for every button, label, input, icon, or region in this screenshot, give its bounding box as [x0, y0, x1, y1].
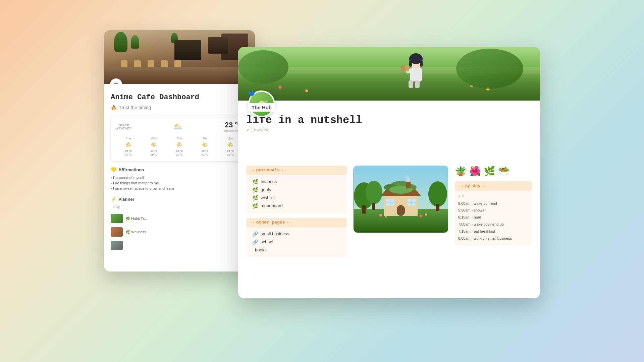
weather-day-tue: Tue 🌤️ 25 °C20 °C: [116, 137, 141, 157]
schedule-item-5: 7:15am - eat breakfast: [458, 228, 529, 235]
sparkle-left: ·✦: [250, 168, 255, 173]
planner-label: Planner: [118, 197, 135, 202]
other-pages-header-text: other pages: [256, 220, 285, 225]
affirmations-header: 💛 Affirmations: [111, 167, 248, 172]
thumb-label-wellness: 🌿 Wellness: [125, 230, 146, 234]
small-business-label: small business: [261, 231, 289, 236]
thumbnail-list: 🌿 Habit Tr... 🌿 Wellness: [111, 213, 248, 251]
svg-rect-6: [401, 65, 405, 71]
planner-day-label: day: [111, 204, 248, 209]
right-column: 🪴 🌺 🌿 🥗 ·✦ my day ✦· +: [455, 166, 532, 282]
anime-character: [392, 50, 439, 94]
finances-label: finances: [261, 179, 277, 184]
svg-rect-35: [406, 182, 411, 188]
svg-point-33: [420, 215, 422, 217]
backlink-line[interactable]: 1 backlink: [246, 128, 532, 132]
weather-widget: TOKYO WEATHER 🌥️ 23 °C broken clouds Tue…: [111, 116, 248, 162]
svg-rect-4: [415, 80, 420, 88]
thumb-item-wellness[interactable]: 🌿 Wellness: [111, 226, 248, 238]
thumb-label-habit: 🌿 Habit Tr...: [125, 217, 147, 221]
weather-days-row: Tue 🌤️ 25 °C20 °C Wed 🌤️ 21 °C20 °C Thu …: [116, 137, 243, 157]
nav-item-school[interactable]: 🔗 school: [250, 238, 343, 246]
thumb-image-wellness: [111, 227, 123, 237]
nav-item-books[interactable]: books: [250, 246, 343, 254]
left-card-body: Anime Cafe Dashboard 🔥 Trust the timing …: [104, 84, 255, 272]
anime-header-image: [238, 47, 540, 101]
affirmation-text: Trust the timing: [119, 105, 151, 110]
hub-label: The Hub: [248, 103, 275, 112]
cafe-plant-decoration: [114, 32, 127, 52]
wishlist-label: wishlist: [261, 195, 275, 200]
personals-header-text: personals: [256, 168, 280, 173]
svg-rect-15: [372, 203, 375, 210]
my-day-header: ·✦ my day ✦·: [455, 181, 532, 191]
thumb-item-habit[interactable]: 🌿 Habit Tr...: [111, 213, 248, 225]
page-title-section: life in a nutshell 1 backlink: [246, 114, 532, 157]
schedule-item-6: 8:00am - work on small business: [458, 235, 529, 242]
thumb-image-road: [111, 241, 123, 250]
cottage-image: [354, 166, 448, 233]
weather-label: WEATHER: [116, 127, 132, 130]
other-pages-section: ·✦ other pages ✦· 🔗 small business 🔗 sch…: [246, 218, 347, 257]
affirmation-tagline: 🔥 Trust the timing: [111, 105, 248, 110]
weather-top-row: TOKYO WEATHER 🌥️ 23 °C broken clouds: [116, 121, 243, 133]
thumb-item-road[interactable]: [111, 239, 248, 251]
left-card: ☕ Anime Cafe Dashboard 🔥 Trust the timin…: [104, 30, 255, 272]
affirmation-emoji: 🔥: [111, 105, 116, 110]
nav-item-small-business[interactable]: 🔗 small business: [250, 230, 343, 238]
nav-item-goals[interactable]: 🌿 goals: [250, 186, 343, 194]
affirmation-item-3: I give myself space to grow and learn: [111, 186, 248, 191]
weather-main-icon: 🌥️: [173, 122, 182, 131]
my-day-sparkle-left: ·✦: [458, 183, 464, 189]
affirmation-item-2: I do things that matter to me: [111, 180, 248, 186]
sparkle-left-2: ·✦: [250, 220, 255, 225]
cafe-header-image: ☕: [104, 30, 255, 84]
moodboard-label: moodboard: [261, 203, 283, 208]
backlink-text: 1 backlink: [251, 128, 269, 132]
my-day-section: ·✦ my day ✦· + ⠿ 5:00am - wake up, read: [455, 181, 532, 245]
sparkle-right: ✦·: [281, 168, 286, 173]
plant-emojis-row: 🪴 🌺 🌿 🥗: [455, 166, 532, 177]
weather-day-fri: Fri 🌤️ 23 °C21 °C: [192, 137, 218, 157]
weather-city: TOKYO: [116, 123, 132, 127]
weather-day-wed: Wed 🌤️ 21 °C20 °C: [141, 137, 167, 157]
books-label: books: [255, 247, 267, 252]
schedule-list: 5:00am - wake up, read 5:30am - shower 6…: [458, 200, 529, 242]
middle-column: [354, 166, 448, 282]
cafe-counter-decoration: [104, 67, 255, 84]
nav-item-finances[interactable]: 🌿 finances: [250, 178, 343, 186]
add-icon[interactable]: +: [458, 194, 461, 199]
affirmations-list: I'm proud of myself I do things that mat…: [111, 175, 248, 191]
nav-item-moodboard[interactable]: 🌿 moodboard: [250, 202, 343, 210]
add-schedule-row: + ⠿: [458, 194, 529, 199]
svg-point-14: [366, 181, 382, 204]
schedule-item-1: 5:00am - wake up, read: [458, 200, 529, 207]
plant-emoji-4: 🥗: [498, 166, 510, 177]
scene-container: ☕ Anime Cafe Dashboard 🔥 Trust the timin…: [104, 30, 540, 332]
nav-columns: ·✦ personals ✦· 🌿 finances 🌿 goals 🌿: [246, 166, 347, 282]
planner-section: ⚡ Planner day: [111, 196, 248, 209]
svg-rect-13: [362, 205, 366, 214]
schedule-item-4: 7:00am - wake boyfriend up: [458, 221, 529, 228]
personals-header: ·✦ personals ✦·: [246, 166, 347, 175]
schedule-item-2: 5:30am - shower: [458, 207, 529, 214]
svg-rect-8: [409, 60, 412, 67]
school-label: school: [261, 239, 273, 244]
coffee-emoji: ☕: [112, 81, 120, 84]
main-content-grid: life in a nutshell 1 backlink ·✦ persona…: [238, 107, 540, 288]
planner-icon: ⚡: [111, 196, 116, 202]
anime-scene: [238, 47, 540, 101]
affirmations-label: Affirmations: [118, 167, 144, 172]
affirmation-item-1: I'm proud of myself: [111, 175, 248, 180]
finances-icon: 🌿: [252, 179, 258, 184]
svg-point-31: [379, 214, 382, 217]
svg-point-32: [385, 216, 387, 218]
right-card: 💙 🪐 The Hub life in a nutshell 1 backlin…: [238, 47, 540, 298]
svg-point-37: [406, 175, 408, 179]
plant-emoji-1: 🪴: [455, 166, 467, 177]
my-day-sparkle-right: ✦·: [482, 183, 487, 189]
nav-item-wishlist[interactable]: 🌿 wishlist: [250, 194, 343, 202]
cottage-svg: [354, 166, 448, 233]
svg-point-34: [425, 214, 427, 216]
page-main-title: life in a nutshell: [246, 114, 532, 126]
